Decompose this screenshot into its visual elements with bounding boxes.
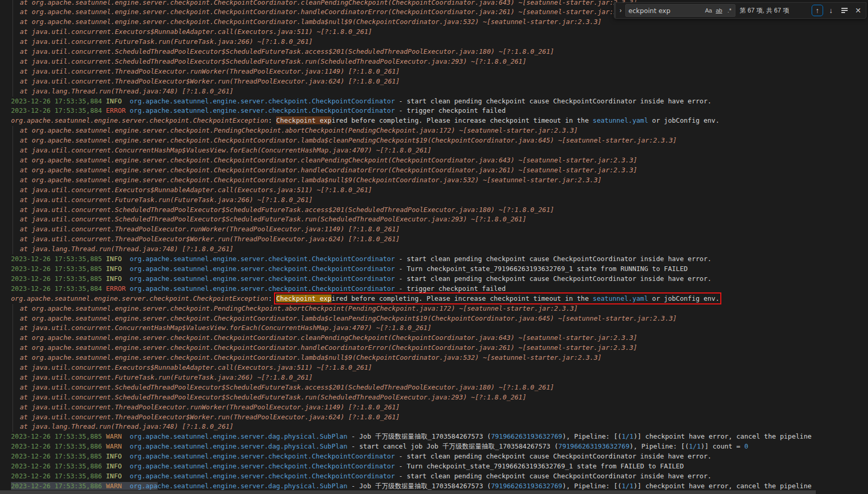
stack-trace-line[interactable]: at java.util.concurrent.ThreadPoolExecut…: [0, 403, 812, 413]
current-match-red-box: Checkpoint expired before completing. Pl…: [276, 295, 719, 302]
stack-trace-line[interactable]: at java.lang.Thread.run(Thread.java:748)…: [0, 422, 812, 432]
find-widget: › eckpoint exp Aa ab .* 第 67 项, 共 67 项 ↑…: [614, 2, 866, 19]
stack-trace-line[interactable]: at java.util.concurrent.ScheduledThreadP…: [0, 57, 812, 67]
exception-line[interactable]: org.apache.seatunnel.engine.server.check…: [0, 116, 812, 126]
stack-trace-line[interactable]: at java.util.concurrent.Executors$Runnab…: [0, 27, 812, 37]
stack-trace-line[interactable]: at java.util.concurrent.ThreadPoolExecut…: [0, 234, 812, 244]
stack-trace-line[interactable]: at java.util.concurrent.ScheduledThreadP…: [0, 47, 812, 57]
stack-trace-line[interactable]: at java.util.concurrent.ScheduledThreadP…: [0, 215, 812, 225]
stack-trace-line[interactable]: at java.util.concurrent.ThreadPoolExecut…: [0, 77, 812, 87]
stack-trace-line[interactable]: at org.apache.seatunnel.engine.server.ch…: [0, 136, 812, 146]
whole-word-label: ab: [716, 7, 722, 14]
stack-trace-line[interactable]: at java.util.concurrent.ScheduledThreadP…: [0, 393, 812, 403]
whole-word-icon[interactable]: ab: [714, 6, 724, 16]
log-line[interactable]: 2023-12-26 17:53:35,884 ERROR org.apache…: [0, 284, 812, 294]
stack-trace-line[interactable]: at java.util.concurrent.Executors$Runnab…: [0, 185, 812, 195]
log-line[interactable]: 2023-12-26 17:53:35,885 INFO org.apache.…: [0, 254, 812, 264]
find-input[interactable]: eckpoint exp Aa ab .*: [625, 4, 735, 17]
log-line[interactable]: 2023-12-26 17:53:35,884 INFO org.apache.…: [0, 97, 812, 107]
stack-trace-line[interactable]: at org.apache.seatunnel.engine.server.ch…: [0, 353, 812, 363]
log-line[interactable]: 2023-12-26 17:53:35,884 ERROR org.apache…: [0, 106, 812, 116]
stack-trace-line[interactable]: at org.apache.seatunnel.engine.server.ch…: [0, 333, 812, 343]
log-line[interactable]: 2023-12-26 17:53:35,886 INFO org.apache.…: [0, 472, 812, 481]
log-line[interactable]: 2023-12-26 17:53:35,886 INFO org.apache.…: [0, 462, 812, 472]
stack-trace-line[interactable]: at org.apache.seatunnel.engine.server.ch…: [0, 126, 812, 136]
stack-trace-line[interactable]: at java.util.concurrent.Executors$Runnab…: [0, 363, 812, 373]
stack-trace-line[interactable]: at java.util.concurrent.ConcurrentHashMa…: [0, 146, 812, 156]
stack-trace-line[interactable]: at org.apache.seatunnel.engine.server.ch…: [0, 314, 812, 324]
toggle-replace-chevron-icon[interactable]: ›: [616, 5, 625, 16]
find-query-text: eckpoint exp: [628, 7, 704, 15]
next-match-button[interactable]: ↓: [825, 5, 837, 16]
stack-trace-line[interactable]: at java.util.concurrent.ThreadPoolExecut…: [0, 225, 812, 234]
selection-lines-icon: [841, 7, 848, 15]
stack-trace-line[interactable]: at org.apache.seatunnel.engine.server.ch…: [0, 304, 812, 314]
stack-trace-line[interactable]: at java.lang.Thread.run(Thread.java:748)…: [0, 87, 812, 97]
find-in-selection-icon[interactable]: [839, 5, 850, 16]
find-results-count: 第 67 项, 共 67 项: [740, 6, 789, 15]
log-line[interactable]: 2023-12-26 17:53:35,886 WARN org.apache.…: [0, 442, 812, 452]
editor: at org.apache.seatunnel.engine.server.ch…: [0, 0, 868, 494]
stack-trace-line[interactable]: at java.util.concurrent.ScheduledThreadP…: [0, 205, 812, 215]
stack-trace-line[interactable]: at java.util.concurrent.ThreadPoolExecut…: [0, 67, 812, 77]
log-content[interactable]: at org.apache.seatunnel.engine.server.ch…: [0, 0, 812, 491]
stack-trace-line[interactable]: at org.apache.seatunnel.engine.server.ch…: [0, 156, 812, 166]
exception-line[interactable]: org.apache.seatunnel.engine.server.check…: [0, 294, 812, 304]
log-line[interactable]: 2023-12-26 17:53:35,885 INFO org.apache.…: [0, 452, 812, 462]
previous-match-button[interactable]: ↑: [812, 5, 823, 16]
log-line[interactable]: 2023-12-26 17:53:35,885 INFO org.apache.…: [0, 274, 812, 284]
stack-trace-line[interactable]: at java.util.concurrent.FutureTask.run(F…: [0, 373, 812, 383]
log-line[interactable]: 2023-12-26 17:53:35,885 WARN org.apache.…: [0, 432, 812, 442]
regex-icon[interactable]: .*: [724, 6, 734, 16]
exception-message: Checkpoint expired before completing. Pl…: [276, 116, 719, 124]
stack-trace-line[interactable]: at java.util.concurrent.ScheduledThreadP…: [0, 383, 812, 393]
stack-trace-line[interactable]: at java.util.concurrent.ThreadPoolExecut…: [0, 413, 812, 422]
stack-trace-line[interactable]: at org.apache.seatunnel.engine.server.ch…: [0, 166, 812, 175]
stack-trace-line[interactable]: at java.lang.Thread.run(Thread.java:748)…: [0, 244, 812, 254]
horizontal-scrollbar[interactable]: [0, 490, 868, 494]
log-line[interactable]: 2023-12-26 17:53:35,885 INFO org.apache.…: [0, 264, 812, 274]
horizontal-scrollbar-slider[interactable]: [0, 490, 816, 494]
stack-trace-line[interactable]: at java.util.concurrent.ConcurrentHashMa…: [0, 323, 812, 333]
stack-trace-line[interactable]: at org.apache.seatunnel.engine.server.ch…: [0, 175, 812, 185]
log-line[interactable]: 2023-12-26 17:53:35,886 WARN org.apache.…: [0, 481, 812, 491]
match-case-icon[interactable]: Aa: [704, 6, 714, 16]
stack-trace-line[interactable]: at java.util.concurrent.FutureTask.run(F…: [0, 195, 812, 205]
find-widget-sash[interactable]: [614, 3, 616, 18]
stack-trace-line[interactable]: at java.util.concurrent.FutureTask.run(F…: [0, 37, 812, 47]
stack-trace-line[interactable]: at org.apache.seatunnel.engine.server.ch…: [0, 17, 812, 27]
close-find-widget-button[interactable]: ✕: [852, 5, 864, 16]
stack-trace-line[interactable]: at org.apache.seatunnel.engine.server.ch…: [0, 343, 812, 353]
